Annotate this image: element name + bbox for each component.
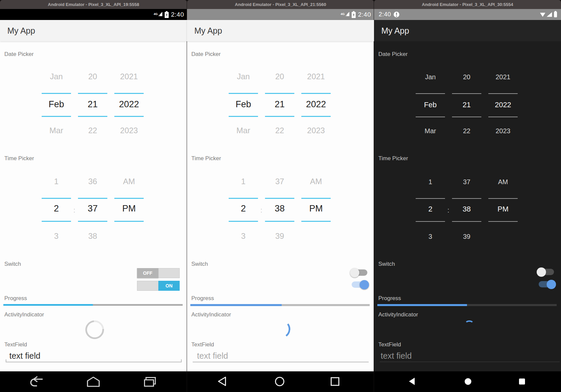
picker-divider <box>78 93 107 94</box>
time-ampm-above[interactable]: AM <box>310 177 322 186</box>
time-hour-above[interactable]: 1 <box>428 178 432 186</box>
textfield-placeholder[interactable]: text field <box>381 351 412 361</box>
picker-divider <box>229 198 258 199</box>
back-icon[interactable] <box>29 376 44 387</box>
date-month-above[interactable]: Jan <box>237 72 250 81</box>
time-hour-selected[interactable]: 2 <box>428 205 432 213</box>
date-day-selected[interactable]: 21 <box>463 101 471 109</box>
date-month-above[interactable]: Jan <box>50 72 63 81</box>
date-year-selected[interactable]: 2022 <box>119 99 139 110</box>
progress-fill <box>3 304 93 306</box>
home-icon[interactable] <box>460 376 476 387</box>
cellular-icon <box>547 12 552 17</box>
picker-divider <box>452 198 481 199</box>
date-year-selected[interactable]: 2022 <box>306 99 326 110</box>
date-day-below[interactable]: 22 <box>463 127 470 135</box>
window-title: Android Emulator - Pixel_3_XL_API_30:555… <box>422 2 513 7</box>
back-icon[interactable] <box>216 376 231 387</box>
window-titlebar[interactable]: Android Emulator - Pixel_3_XL_API_19:555… <box>0 0 187 9</box>
switch-off[interactable] <box>350 268 367 277</box>
time-hour-below[interactable]: 3 <box>54 231 58 241</box>
time-hour-above[interactable]: 1 <box>241 177 245 186</box>
date-day-above[interactable]: 20 <box>88 72 97 81</box>
picker-divider <box>229 116 258 117</box>
time-ampm-selected[interactable]: PM <box>498 205 509 213</box>
date-month-below[interactable]: Mar <box>236 126 250 135</box>
time-minute-above[interactable]: 37 <box>463 178 470 186</box>
time-minute-selected[interactable]: 37 <box>88 203 98 214</box>
time-minute-below[interactable]: 39 <box>463 233 470 240</box>
date-day-selected[interactable]: 21 <box>88 99 98 110</box>
time-hour-selected[interactable]: 2 <box>54 203 59 214</box>
picker-divider <box>42 221 71 222</box>
time-minute-below[interactable]: 38 <box>88 231 97 241</box>
home-icon[interactable] <box>272 376 287 387</box>
date-year-below[interactable]: 2023 <box>307 126 325 135</box>
nav-bar <box>0 371 187 392</box>
date-month-selected[interactable]: Feb <box>424 101 437 109</box>
date-year-above[interactable]: 2021 <box>120 72 138 81</box>
status-icons: 4G 2:40 <box>154 11 187 18</box>
date-day-above[interactable]: 20 <box>275 72 284 81</box>
back-icon[interactable] <box>406 376 421 387</box>
emulator-window-api30: Android Emulator - Pixel_3_XL_API_30:555… <box>374 0 561 392</box>
time-minute-selected[interactable]: 38 <box>275 203 285 214</box>
picker-divider <box>265 93 294 94</box>
picker-divider <box>114 198 144 199</box>
notification-icon <box>394 12 399 17</box>
app-content: Date Picker Jan 20 2021 Feb 21 2022 Mar … <box>187 41 374 371</box>
window-titlebar[interactable]: Android Emulator - Pixel_3_XL_API_30:555… <box>374 0 561 9</box>
time-picker-label: Time Picker <box>191 155 221 162</box>
date-month-selected[interactable]: Feb <box>236 99 251 110</box>
date-month-above[interactable]: Jan <box>425 73 436 81</box>
time-separator: : <box>447 206 449 214</box>
activity-indicator-spinner <box>82 317 108 343</box>
window-titlebar[interactable]: Android Emulator - Pixel_3_XL_API_21:556… <box>187 0 374 9</box>
date-month-below[interactable]: Mar <box>49 126 63 135</box>
date-day-below[interactable]: 22 <box>88 126 97 135</box>
time-minute-selected[interactable]: 38 <box>463 205 471 213</box>
time-ampm-selected[interactable]: PM <box>122 203 136 214</box>
recents-icon[interactable] <box>514 376 530 387</box>
time-hour-below[interactable]: 3 <box>241 231 245 241</box>
nav-bar <box>374 371 561 392</box>
emulator-window-api19: Android Emulator - Pixel_3_XL_API_19:555… <box>0 0 187 392</box>
date-year-below[interactable]: 2023 <box>496 127 511 135</box>
time-ampm-above[interactable]: AM <box>498 178 508 186</box>
time-ampm-above[interactable]: AM <box>123 177 135 186</box>
switch-off[interactable] <box>537 267 554 277</box>
home-icon[interactable] <box>86 376 101 387</box>
date-year-above[interactable]: 2021 <box>307 72 325 81</box>
date-year-selected[interactable]: 2022 <box>495 101 511 109</box>
recents-icon[interactable] <box>142 376 157 387</box>
textfield-placeholder[interactable]: text field <box>197 351 228 361</box>
date-day-selected[interactable]: 21 <box>275 99 285 110</box>
date-month-selected[interactable]: Feb <box>49 99 64 110</box>
date-month-below[interactable]: Mar <box>425 127 436 135</box>
time-hour-below[interactable]: 3 <box>428 233 432 240</box>
date-year-below[interactable]: 2023 <box>120 126 138 135</box>
time-minute-below[interactable]: 39 <box>275 231 284 241</box>
switch-on[interactable] <box>539 280 556 289</box>
switch-thumb <box>547 280 556 289</box>
textfield-underline <box>6 362 182 362</box>
time-hour-above[interactable]: 1 <box>54 177 58 186</box>
progress-fill <box>190 304 282 306</box>
time-minute-above[interactable]: 37 <box>275 177 284 186</box>
time-minute-above[interactable]: 36 <box>88 177 97 186</box>
time-hour-selected[interactable]: 2 <box>241 203 246 214</box>
picker-divider <box>452 221 481 222</box>
date-day-above[interactable]: 20 <box>463 73 470 81</box>
progress-bar <box>3 304 183 306</box>
date-year-above[interactable]: 2021 <box>496 73 511 81</box>
picker-divider <box>416 117 445 117</box>
recents-icon[interactable] <box>327 376 343 387</box>
textfield-input[interactable]: text field <box>9 351 40 361</box>
time-ampm-selected[interactable]: PM <box>309 203 323 214</box>
switch-on[interactable] <box>352 280 369 289</box>
textfield-label: TextField <box>378 341 401 348</box>
status-left: 2:40 <box>374 11 399 18</box>
date-day-below[interactable]: 22 <box>275 126 284 135</box>
switch-on[interactable]: ON <box>137 281 180 291</box>
switch-off[interactable]: OFF <box>137 268 180 278</box>
